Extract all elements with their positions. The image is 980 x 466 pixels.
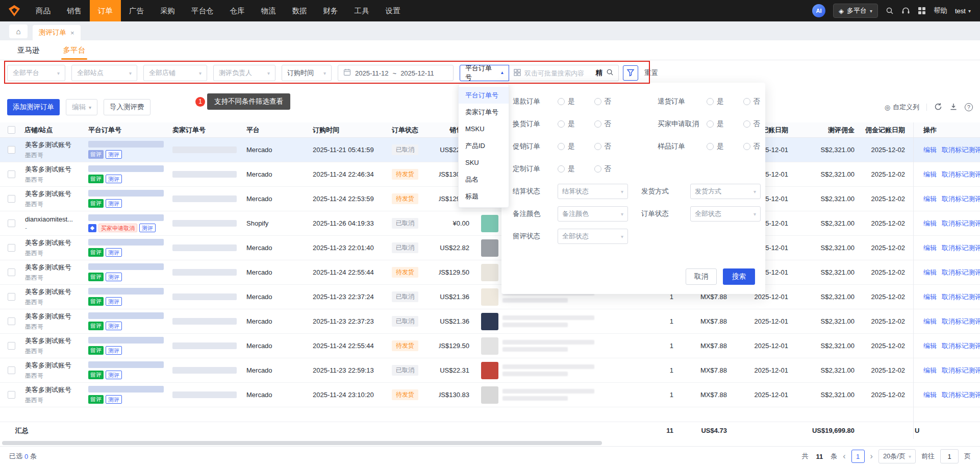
close-icon[interactable]: × — [70, 29, 74, 37]
nav-menu-item[interactable]: 订单 — [90, 0, 121, 21]
nav-menu-item[interactable]: 仓库 — [222, 0, 253, 21]
nav-menu-item[interactable]: 平台仓 — [183, 0, 222, 21]
radio-yes[interactable]: 是 — [558, 119, 575, 129]
goto-page-input[interactable] — [940, 449, 959, 463]
radio-yes[interactable]: 是 — [707, 142, 724, 151]
table-help-icon[interactable]: ? — [965, 103, 973, 111]
tab-review-orders[interactable]: 测评订单 × — [33, 25, 81, 40]
prev-page-icon[interactable]: ‹ — [843, 452, 845, 461]
search-type-option[interactable]: 平台订单号 — [459, 87, 509, 104]
filter-select[interactable]: 备注颜色▾ — [558, 206, 628, 222]
add-review-order-button[interactable]: 添加测评订单 — [7, 99, 60, 115]
row-checkbox[interactable] — [8, 366, 15, 374]
radio-yes[interactable]: 是 — [707, 119, 724, 129]
scrollbar-thumb[interactable] — [2, 441, 602, 445]
row-checkbox[interactable] — [8, 219, 15, 227]
cancel-review-mark-link[interactable]: 取消标记测评 — [942, 219, 980, 228]
edit-link[interactable]: 编辑 — [923, 170, 937, 179]
search-type-option[interactable]: 品名 — [459, 171, 509, 188]
edit-link[interactable]: 编辑 — [923, 390, 937, 400]
search-type-option[interactable]: SKU — [459, 154, 509, 171]
row-checkbox[interactable] — [8, 317, 15, 325]
customize-columns-button[interactable]: ◎ 自定义列 — [885, 103, 919, 112]
edit-link[interactable]: 编辑 — [923, 194, 937, 204]
edit-link[interactable]: 编辑 — [923, 268, 937, 277]
cancel-review-mark-link[interactable]: 取消标记测评 — [942, 390, 980, 400]
sub-tab[interactable]: 多平台 — [63, 40, 86, 60]
cancel-review-mark-link[interactable]: 取消标记测评 — [942, 170, 980, 179]
cancel-review-mark-link[interactable]: 取消标记测评 — [942, 292, 980, 302]
apps-grid-icon[interactable] — [918, 7, 926, 15]
page-size-select[interactable]: 20条/页 ▾ — [878, 449, 916, 463]
select-all-checkbox[interactable] — [8, 126, 15, 134]
radio-yes[interactable]: 是 — [707, 97, 724, 106]
row-checkbox[interactable] — [8, 146, 15, 154]
edit-link[interactable]: 编辑 — [923, 145, 937, 155]
search-type-option[interactable]: MSKU — [459, 120, 509, 137]
radio-no[interactable]: 否 — [743, 142, 761, 151]
home-tab-button[interactable]: ⌂ — [9, 24, 28, 38]
search-button[interactable]: 搜索 — [723, 268, 755, 285]
filter-select[interactable]: 结算状态▾ — [558, 184, 628, 199]
search-icon[interactable] — [886, 7, 894, 15]
row-checkbox[interactable] — [8, 244, 15, 252]
row-checkbox[interactable] — [8, 342, 15, 350]
advanced-filter-button[interactable] — [623, 65, 638, 81]
row-checkbox[interactable] — [8, 391, 15, 399]
filter-select[interactable]: 发货方式▾ — [690, 184, 761, 199]
filter-select[interactable]: 全部状态▾ — [690, 206, 761, 222]
radio-no[interactable]: 否 — [594, 119, 612, 129]
cancel-review-mark-link[interactable]: 取消标记测评 — [942, 268, 980, 277]
store-select[interactable]: 全部店铺▾ — [143, 65, 207, 81]
radio-yes[interactable]: 是 — [558, 142, 575, 151]
download-icon[interactable] — [949, 103, 958, 112]
search-type-option[interactable]: 卖家订单号 — [459, 104, 509, 120]
nav-menu-item[interactable]: 销售 — [59, 0, 90, 21]
support-headset-icon[interactable] — [901, 7, 910, 15]
search-type-select[interactable]: 平台订单号▾ — [460, 65, 509, 81]
ai-assistant-badge[interactable]: AI — [812, 4, 825, 17]
site-select[interactable]: 全部站点▾ — [71, 65, 137, 81]
radio-no[interactable]: 否 — [594, 164, 612, 174]
row-checkbox[interactable] — [8, 170, 15, 178]
edit-button[interactable]: 编辑 ▾ — [66, 99, 97, 115]
platform-select[interactable]: 全部平台▾ — [7, 65, 65, 81]
cancel-review-mark-link[interactable]: 取消标记测评 — [942, 145, 980, 155]
cancel-review-mark-link[interactable]: 取消标记测评 — [942, 194, 980, 204]
nav-menu-item[interactable]: 商品 — [28, 0, 59, 21]
search-icon[interactable] — [606, 68, 614, 78]
radio-no[interactable]: 否 — [594, 97, 612, 106]
nav-menu-item[interactable]: 工具 — [346, 0, 378, 21]
user-menu[interactable]: test ▾ — [955, 7, 971, 15]
exact-search-toggle[interactable]: 精 — [596, 68, 603, 78]
edit-link[interactable]: 编辑 — [923, 292, 937, 302]
reset-filters-link[interactable]: 重置 — [644, 68, 658, 78]
nav-menu-item[interactable]: 财务 — [315, 0, 346, 21]
search-type-option[interactable]: 标题 — [459, 188, 509, 205]
edit-link[interactable]: 编辑 — [923, 243, 937, 253]
radio-no[interactable]: 否 — [743, 97, 761, 106]
import-review-fee-button[interactable]: 导入测评费 — [104, 99, 150, 115]
refresh-icon[interactable] — [934, 103, 942, 112]
review-owner-select[interactable]: 测评负责人▾ — [213, 65, 275, 81]
row-checkbox[interactable] — [8, 293, 15, 301]
edit-link[interactable]: 编辑 — [923, 341, 937, 351]
radio-yes[interactable]: 是 — [558, 164, 575, 174]
nav-menu-item[interactable]: 采购 — [152, 0, 183, 21]
search-input[interactable] — [524, 69, 592, 77]
help-link[interactable]: 帮助 — [934, 6, 947, 15]
cancel-review-mark-link[interactable]: 取消标记测评 — [942, 317, 980, 326]
time-type-select[interactable]: 订购时间▾ — [282, 65, 332, 81]
cancel-button[interactable]: 取消 — [686, 268, 717, 285]
nav-menu-item[interactable]: 数据 — [284, 0, 315, 21]
radio-no[interactable]: 否 — [594, 142, 612, 151]
search-type-option[interactable]: 产品ID — [459, 137, 509, 154]
edit-link[interactable]: 编辑 — [923, 366, 937, 375]
edit-link[interactable]: 编辑 — [923, 317, 937, 326]
nav-menu-item[interactable]: 物流 — [253, 0, 284, 21]
page-number-button[interactable]: 1 — [851, 450, 865, 463]
sub-tab[interactable]: 亚马逊 — [17, 40, 40, 60]
cancel-review-mark-link[interactable]: 取消标记测评 — [942, 341, 980, 351]
date-range-picker[interactable]: 2025-11-12 ~ 2025-12-11 — [338, 65, 454, 81]
next-page-icon[interactable]: › — [870, 452, 873, 461]
